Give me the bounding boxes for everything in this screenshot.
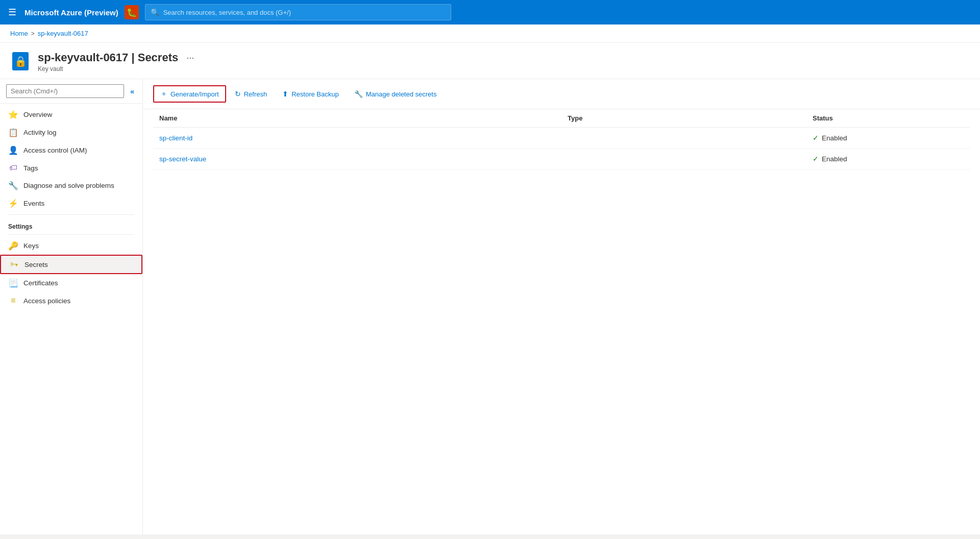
sidebar-nav: ⭐ Overview 📋 Activity log 👤 Access contr… [0,104,142,311]
secret-name-cell[interactable]: sp-secret-value [153,149,561,169]
secrets-table-wrapper: Name Type Status sp-client-id ✓ Enabled … [143,109,980,169]
sidebar-item-certificates[interactable]: 📃 Certificates [0,274,142,292]
restore-backup-label: Restore Backup [291,90,339,98]
sidebar-item-overview[interactable]: ⭐ Overview [0,106,142,124]
sidebar-item-label-overview: Overview [23,111,52,118]
sidebar-item-access-control[interactable]: 👤 Access control (IAM) [0,141,142,159]
diagnose-icon: 🔧 [8,181,18,190]
page-title: sp-keyvault-0617 | Secrets [38,51,178,64]
table-body: sp-client-id ✓ Enabled sp-secret-value ✓… [153,128,970,169]
sidebar-search-input[interactable] [6,84,124,98]
manage-deleted-button[interactable]: 🔧 Manage deleted secrets [348,86,444,102]
col-status: Status [806,109,970,128]
events-icon: ⚡ [8,199,18,208]
page-header: 🔒 sp-keyvault-0617 | Secrets ··· Key vau… [0,43,980,79]
breadcrumb-current[interactable]: sp-keyvault-0617 [38,30,88,37]
sidebar-item-label-secrets: Secrets [24,261,48,268]
sidebar-item-label-events: Events [23,200,44,207]
generate-import-label: Generate/Import [170,90,219,98]
sidebar-item-label-keys: Keys [23,242,39,250]
refresh-icon: ↻ [235,90,241,98]
table-header: Name Type Status [153,109,970,128]
sidebar-item-label-activity-log: Activity log [23,129,57,136]
col-type: Type [561,109,806,128]
col-name: Name [153,109,561,128]
plus-icon: ＋ [160,89,167,99]
check-icon: ✓ [813,155,819,163]
sidebar-item-label-access-policies: Access policies [23,297,70,305]
breadcrumb-separator: > [31,30,35,37]
keys-icon: 🔑 [8,241,18,251]
secret-name-cell[interactable]: sp-client-id [153,128,561,149]
content-area: ＋ Generate/Import ↻ Refresh ⬆ Restore Ba… [143,79,980,534]
bug-icon[interactable]: 🐛 [125,5,139,19]
refresh-label: Refresh [244,90,267,98]
certificates-icon: 📃 [8,278,18,288]
sidebar-item-diagnose[interactable]: 🔧 Diagnose and solve problems [0,177,142,194]
keyvault-icon: 🔒 [10,51,31,71]
sidebar-item-label-tags: Tags [23,164,38,172]
sidebar-item-access-policies[interactable]: ≡ Access policies [0,292,142,309]
restore-backup-button[interactable]: ⬆ Restore Backup [276,86,346,102]
hamburger-menu[interactable]: ☰ [6,5,18,20]
table-row[interactable]: sp-client-id ✓ Enabled [153,128,970,149]
search-icon: 🔍 [151,8,159,16]
sidebar-search-bar: « [0,79,142,104]
global-search[interactable]: 🔍 [145,4,451,20]
toolbar: ＋ Generate/Import ↻ Refresh ⬆ Restore Ba… [143,79,980,109]
activity-log-icon: 📋 [8,128,18,137]
sidebar-divider [8,214,134,215]
secret-status-cell: ✓ Enabled [806,128,970,149]
secret-status-cell: ✓ Enabled [806,149,970,169]
manage-deleted-label: Manage deleted secrets [366,90,437,98]
table-row[interactable]: sp-secret-value ✓ Enabled [153,149,970,169]
restore-icon: ⬆ [282,90,288,98]
secret-type-cell [561,128,806,149]
sidebar-collapse-button[interactable]: « [128,85,136,97]
settings-section-label: Settings [0,217,142,232]
secrets-icon: 🗝 [9,260,19,269]
check-icon: ✓ [813,134,819,142]
search-input[interactable] [163,9,446,16]
manage-icon: 🔧 [354,90,363,98]
sidebar-item-label-access-control: Access control (IAM) [23,146,87,154]
more-options-button[interactable]: ··· [186,53,194,63]
sidebar-item-label-certificates: Certificates [23,279,58,287]
tags-icon: 🏷 [8,163,18,173]
generate-import-button[interactable]: ＋ Generate/Import [153,85,226,103]
access-policies-icon: ≡ [8,296,18,305]
overview-icon: ⭐ [8,110,18,119]
breadcrumb: Home > sp-keyvault-0617 [0,24,980,43]
sidebar-divider-2 [8,234,134,235]
status-label: Enabled [822,155,847,163]
access-control-icon: 👤 [8,145,18,155]
main-layout: « ⭐ Overview 📋 Activity log 👤 Access con… [0,79,980,534]
topbar: ☰ Microsoft Azure (Preview) 🐛 🔍 [0,0,980,24]
sidebar-item-activity-log[interactable]: 📋 Activity log [0,124,142,141]
sidebar-item-tags[interactable]: 🏷 Tags [0,159,142,177]
app-title: Microsoft Azure (Preview) [24,8,118,17]
sidebar-item-events[interactable]: ⚡ Events [0,194,142,212]
sidebar-item-label-diagnose: Diagnose and solve problems [23,182,114,189]
page-subtitle: Key vault [38,65,194,72]
refresh-button[interactable]: ↻ Refresh [228,86,274,102]
status-label: Enabled [822,134,847,142]
secret-type-cell [561,149,806,169]
secrets-table: Name Type Status sp-client-id ✓ Enabled … [153,109,970,169]
sidebar: « ⭐ Overview 📋 Activity log 👤 Access con… [0,79,143,534]
sidebar-item-keys[interactable]: 🔑 Keys [0,237,142,255]
sidebar-item-secrets[interactable]: 🗝 Secrets [0,255,142,274]
breadcrumb-home[interactable]: Home [10,30,28,37]
